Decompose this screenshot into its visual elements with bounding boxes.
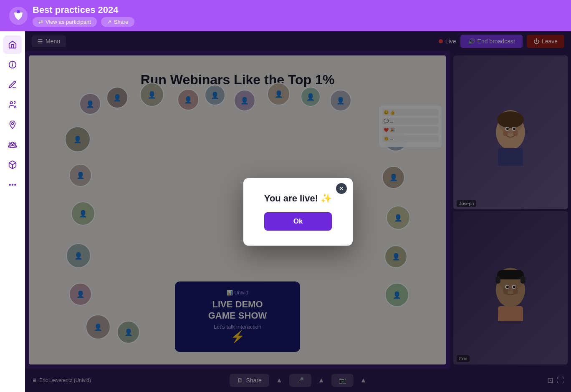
info-icon bbox=[8, 60, 17, 69]
sidebar bbox=[0, 31, 25, 392]
svg-point-8 bbox=[9, 143, 11, 144]
pen-icon bbox=[8, 80, 17, 89]
sidebar-item-pen[interactable] bbox=[3, 75, 22, 94]
sidebar-item-home[interactable] bbox=[3, 35, 22, 54]
content-area: ☰ Menu Live 🔊 End broadcast ⏻ Leave bbox=[25, 31, 571, 392]
modal-text: You are live! ✨ bbox=[264, 193, 332, 204]
view-as-participant-icon: ⇄ bbox=[38, 19, 43, 25]
logo-area: Best practices 2024 ⇄ View as participan… bbox=[8, 5, 134, 27]
svg-point-11 bbox=[9, 184, 10, 186]
sidebar-item-participants[interactable] bbox=[3, 136, 22, 154]
group-icon bbox=[8, 140, 17, 149]
univid-logo bbox=[8, 6, 28, 26]
sidebar-item-people[interactable] bbox=[3, 95, 22, 114]
people-icon bbox=[8, 100, 17, 109]
page-title: Best practices 2024 bbox=[33, 5, 134, 15]
svg-point-7 bbox=[11, 142, 14, 145]
svg-point-9 bbox=[15, 143, 16, 144]
header-title-group: Best practices 2024 ⇄ View as participan… bbox=[33, 5, 134, 27]
sidebar-item-info[interactable] bbox=[3, 55, 22, 74]
svg-point-1 bbox=[17, 10, 20, 13]
live-modal: ✕ You are live! ✨ Ok bbox=[243, 178, 353, 246]
svg-point-6 bbox=[12, 123, 14, 125]
main-layout: ☰ Menu Live 🔊 End broadcast ⏻ Leave bbox=[0, 31, 571, 392]
svg-point-12 bbox=[12, 184, 13, 186]
home-icon bbox=[8, 40, 17, 49]
share-icon: ↗ bbox=[107, 19, 111, 25]
view-as-participant-button[interactable]: ⇄ View as participant bbox=[33, 17, 97, 27]
top-header: Best practices 2024 ⇄ View as participan… bbox=[0, 0, 571, 31]
sidebar-item-box[interactable] bbox=[3, 156, 22, 174]
sidebar-item-more[interactable] bbox=[3, 176, 22, 194]
more-icon bbox=[8, 180, 17, 189]
svg-point-13 bbox=[15, 184, 16, 186]
modal-close-button[interactable]: ✕ bbox=[336, 183, 347, 194]
box-icon bbox=[8, 160, 17, 169]
header-actions: ⇄ View as participant ↗ Share bbox=[33, 17, 134, 27]
svg-point-5 bbox=[10, 102, 13, 104]
share-header-button[interactable]: ↗ Share bbox=[101, 17, 134, 27]
modal-ok-button[interactable]: Ok bbox=[264, 212, 332, 231]
sidebar-item-engagement[interactable] bbox=[3, 116, 22, 134]
modal-overlay: ✕ You are live! ✨ Ok bbox=[25, 31, 571, 392]
fingerprint-icon bbox=[8, 120, 17, 129]
